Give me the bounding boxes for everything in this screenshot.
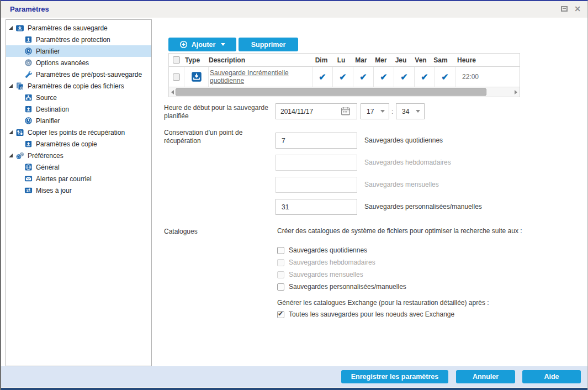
expander-icon[interactable] — [9, 26, 13, 30]
minute-dropdown[interactable]: 34 — [396, 103, 425, 119]
sidebar-item-param-tres-de-copie[interactable]: Paramètres de copie — [6, 138, 151, 150]
retention-count-input — [276, 177, 357, 193]
sidebar-item-label: Général — [36, 164, 60, 171]
sidebar-item-label: Paramètres de protection — [36, 36, 110, 44]
sidebar-item-param-tres-de-pr-post-sauvegarde[interactable]: Paramètres de pré/post-sauvegarde — [6, 68, 151, 80]
retention-row: Sauvegardes hebdomadaires — [276, 155, 507, 171]
sidebar-item-source[interactable]: Source — [6, 92, 151, 103]
day-cell: ✔ — [373, 67, 394, 87]
protection-icon — [24, 35, 33, 44]
row-checkbox[interactable] — [173, 73, 180, 81]
check-icon: ✔ — [441, 72, 448, 82]
save-settings-button[interactable]: Enregistrer les paramètres — [341, 370, 448, 383]
day-cell: ✔ — [414, 67, 435, 87]
retention-field-label: Sauvegardes hebdomadaires — [364, 159, 451, 166]
file-copy-icon — [15, 82, 24, 91]
sidebar-item-alertes-par-courriel[interactable]: Alertes par courriel — [6, 173, 151, 185]
day-column-header: Mar — [351, 56, 371, 64]
catalog-checkbox-row: Sauvegardes mensuelles — [277, 270, 363, 279]
close-icon[interactable]: ✕ — [574, 4, 581, 13]
preferences-icon — [15, 151, 24, 160]
scroll-left-arrow-icon[interactable] — [171, 90, 174, 94]
expander-icon[interactable] — [9, 154, 13, 157]
sidebar-item-g-n-ral[interactable]: Général — [6, 161, 151, 173]
retention-count-input[interactable] — [276, 199, 357, 215]
sidebar-item-param-tres-de-protection[interactable]: Paramètres de protection — [6, 34, 151, 45]
help-button[interactable]: Aide — [522, 370, 581, 383]
day-column-header: Sam — [431, 56, 451, 64]
updates-icon — [24, 186, 33, 194]
retention-field-label: Sauvegardes personnalisées/manuelles — [364, 203, 482, 210]
sidebar-item-destination[interactable]: Destination — [6, 103, 151, 115]
calendar-icon[interactable] — [341, 106, 352, 116]
hour-value: 17 — [367, 108, 374, 115]
sidebar-item-pr-f-rences[interactable]: Préférences — [6, 150, 151, 161]
sidebar-item-options-avanc-es[interactable]: Options avancées — [6, 57, 151, 68]
catalog-checkbox — [277, 271, 284, 278]
horizontal-scrollbar[interactable] — [169, 87, 520, 97]
sidebar-item-param-tres-de-sauvegarde[interactable]: Paramètres de sauvegarde — [6, 22, 151, 34]
day-cell: ✔ — [353, 67, 373, 87]
schedule-time: 22:00 — [462, 73, 479, 81]
globe-icon — [24, 163, 33, 171]
exchange-intro: Générer les catalogues Exchange (pour la… — [277, 299, 531, 307]
backup-settings-icon — [15, 24, 24, 33]
retention-row: Sauvegardes quotidiennes — [276, 133, 507, 149]
check-icon: ✔ — [339, 72, 346, 82]
retention-label: Conservation d'un point de récupération — [164, 129, 269, 145]
scroll-right-arrow-icon[interactable] — [515, 90, 517, 94]
add-dropdown-caret-icon[interactable] — [221, 43, 225, 46]
exchange-all-backups-checkbox[interactable] — [277, 311, 284, 318]
retention-field-label: Sauvegardes quotidiennes — [364, 136, 443, 144]
minute-value: 34 — [402, 108, 409, 115]
sidebar-tree: Paramètres de sauvegardeParamètres de pr… — [6, 19, 152, 366]
sidebar-item-param-tres-de-copie-des-fichiers[interactable]: Paramètres de copie des fichiers — [6, 80, 151, 92]
add-button-label: Ajouter — [192, 41, 216, 49]
sidebar-item-label: Options avancées — [36, 59, 89, 67]
time-separator: : — [391, 108, 393, 115]
schedule-table-body: Sauvegarde Incrémentielle quotidienne✔✔✔… — [169, 67, 520, 87]
schedule-description-link[interactable]: Sauvegarde Incrémentielle quotidienne — [210, 69, 305, 85]
check-icon: ✔ — [319, 72, 326, 82]
retention-field-label: Sauvegardes mensuelles — [364, 181, 439, 188]
catalog-checkbox-row: Sauvegardes quotidiennes — [277, 246, 367, 255]
day-column-header: Jeu — [391, 56, 411, 64]
recovery-copy-icon — [15, 128, 24, 137]
sidebar-item-label: Mises à jour — [36, 187, 72, 194]
catalog-checkbox[interactable] — [277, 247, 284, 254]
cancel-button[interactable]: Annuler — [456, 370, 515, 383]
expander-icon[interactable] — [9, 84, 13, 88]
add-button[interactable]: Ajouter — [168, 38, 236, 51]
schedule-table-header: Type Description DimLuMarMerJeuVenSam He… — [169, 54, 520, 67]
sidebar-item-label: Paramètres de copie — [36, 140, 97, 148]
select-all-checkbox[interactable] — [173, 56, 180, 64]
chevron-down-icon — [380, 110, 385, 113]
catalog-checkbox-row: Sauvegardes hebdomadaires — [277, 258, 375, 267]
scrollbar-thumb[interactable] — [176, 88, 486, 96]
restore-icon[interactable] — [561, 6, 568, 12]
incremental-backup-icon — [191, 71, 202, 82]
retention-count-input[interactable] — [276, 133, 357, 149]
expander-icon[interactable] — [9, 130, 13, 134]
settings-dialog: Paramètres ✕ Paramètres de sauvegardePar… — [0, 0, 588, 390]
day-cell: ✔ — [312, 67, 332, 87]
hour-dropdown[interactable]: 17 — [361, 103, 389, 119]
delete-button[interactable]: Supprimer — [239, 38, 298, 51]
sidebar-item-planifier[interactable]: Planifier — [6, 45, 151, 57]
sidebar-item-label: Paramètres de sauvegarde — [28, 24, 108, 32]
schedule-icon — [24, 117, 33, 125]
sidebar-item-label: Préférences — [28, 152, 63, 160]
sidebar-item-copier-les-points-de-r-cup-ration[interactable]: Copier les points de récupération — [6, 127, 151, 138]
sidebar-item-mises-jour[interactable]: Mises à jour — [6, 185, 151, 196]
check-icon: ✔ — [421, 72, 428, 82]
email-icon — [24, 175, 33, 183]
sidebar-item-label: Paramètres de copie des fichiers — [28, 82, 124, 90]
day-cell: ✔ — [394, 67, 414, 87]
dialog-title: Paramètres — [10, 5, 49, 13]
sidebar-item-planifier[interactable]: Planifier — [6, 115, 151, 127]
advanced-options-icon — [24, 59, 33, 67]
check-icon: ✔ — [400, 72, 407, 82]
retention-count-input — [276, 155, 357, 171]
day-column-header: Ven — [411, 56, 431, 64]
catalog-checkbox[interactable] — [277, 283, 284, 291]
